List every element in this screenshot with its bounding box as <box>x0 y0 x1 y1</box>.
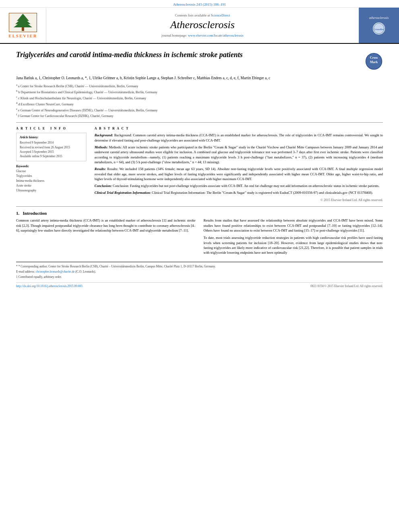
abstract-background-label: Background: <box>95 133 114 137</box>
affiliation-b: b b Department for Biostatistics and Cli… <box>16 89 383 94</box>
article-received: Received 9 September 2014 <box>20 140 83 145</box>
contents-text: Contents lists available at <box>175 13 210 17</box>
abstract-methods-label: Methods: <box>95 145 109 149</box>
footnote-1: 1 Contributed equally, arbitrary order. <box>16 275 383 279</box>
corresponding-text: * Corresponding author. Center for Strok… <box>19 265 216 268</box>
copyright-line: © 2015 Elsevier Ireland Ltd. All rights … <box>95 198 383 203</box>
abstract-conclusion: Conclusion: Conclusion: Fasting triglyce… <box>95 183 383 188</box>
abstract-results-label: Results: <box>95 167 107 171</box>
svg-text:Cross: Cross <box>370 56 378 60</box>
journal-right-panel: atherosclerosis CrossRef <box>359 8 399 43</box>
article-history-label: Article history: <box>20 136 83 139</box>
keyword-ultrasonography: Ultrasonography <box>16 188 86 193</box>
article-info-header: A R T I C L E I N F O <box>16 127 86 130</box>
issn-text: 0021-9150/© 2015 Elsevier Ireland Ltd. A… <box>311 284 383 288</box>
intro-col2-p2: To date, most trials assessing triglycer… <box>204 235 383 255</box>
two-col-layout: A R T I C L E I N F O Article history: R… <box>16 127 383 202</box>
abstract-header: A B S T R A C T <box>95 127 383 130</box>
paper-title: Triglycerides and carotid intima-media t… <box>16 50 359 60</box>
crossmark-badge: Cross Mark <box>365 52 383 71</box>
affiliation-a: a a Center for Stroke Research Berlin (C… <box>16 83 383 88</box>
abstract-conclusion-text: Conclusion: Fasting triglycerides but no… <box>113 184 379 188</box>
article-revised: Received in revised form 26 August 2015 <box>20 145 83 150</box>
article-accepted: Accepted 3 September 2015 <box>20 150 83 154</box>
journal-header: ELSEVIER Contents lists available at Sci… <box>0 8 399 44</box>
authors-line: Jana Batluk a, 1, Christopher O. Leonard… <box>16 75 383 81</box>
sciencedirect-link[interactable]: ScienceDirect <box>211 13 230 17</box>
divider-1 <box>16 122 383 123</box>
homepage-text: journal homepage: <box>162 33 187 37</box>
abstract-clinical-text: Clinical Trial Registration Information:… <box>152 191 373 195</box>
elsevier-logo: ELSEVIER <box>0 8 46 43</box>
journal-name: Atherosclerosis <box>171 19 235 31</box>
email-person: (C.O. Leonards). <box>76 270 96 273</box>
intro-heading: Introduction <box>23 211 47 216</box>
svg-rect-1 <box>22 27 24 31</box>
email-link[interactable]: christopher.leonards@charite.de <box>36 270 75 273</box>
intro-section: 1. Introduction Common carotid artery in… <box>16 211 383 257</box>
abstract-results-text: Results: We included 158 patients (34% f… <box>95 167 383 181</box>
crossref-circle: CrossRef <box>373 23 385 35</box>
affiliation-e: e e German Center of Neurodegenerative D… <box>16 107 383 113</box>
body-col-right: Results from studies that have assessed … <box>204 218 383 257</box>
intro-number: 1. <box>16 211 19 216</box>
abstract-results: Results: Results: We included 158 patien… <box>95 166 383 181</box>
journal-center: Contents lists available at ScienceDirec… <box>46 8 359 43</box>
bottom-bar: http://dx.doi.org/10.1016/j.atherosclero… <box>16 282 383 288</box>
body-col-left: Common carotid artery intima-media thick… <box>16 218 195 257</box>
keywords-label: Keywords: <box>16 164 86 168</box>
affiliation-d: d d Excellence Cluster NeuroCure, German… <box>16 101 383 107</box>
keywords-section: Keywords: Glucose Triglycerides Intima-m… <box>16 164 86 193</box>
abstract-methods-text: Methods: All acute ischemic stroke patie… <box>95 145 383 164</box>
abstract-methods: Methods: Methods: All acute ischemic str… <box>95 145 383 164</box>
contents-line: Contents lists available at ScienceDirec… <box>175 13 230 17</box>
abstract-col: A B S T R A C T Background: Background: … <box>95 127 383 202</box>
abstract-background: Background: Background: Common carotid a… <box>95 133 383 143</box>
intro-col1-p1: Common carotid artery intima-media thick… <box>16 218 195 233</box>
article-info-col: A R T I C L E I N F O Article history: R… <box>16 127 86 202</box>
article-info-box: Article history: Received 9 September 20… <box>16 133 86 161</box>
keyword-glucose: Glucose <box>16 169 86 174</box>
intro-col2-p1: Results from studies that have assessed … <box>204 218 383 233</box>
journal-citation: Atherosclerosis 243 (2015) 186–191 <box>173 2 226 6</box>
paper-content: Triglycerides and carotid intima-media t… <box>0 44 399 292</box>
keyword-triglycerides: Triglycerides <box>16 174 86 179</box>
affiliations-block: a a Center for Stroke Research Berlin (C… <box>16 83 383 118</box>
abstract-clinical-label: Clinical Trial Registration Information: <box>95 191 152 195</box>
abstract-background-text: Background: Common carotid artery intima… <box>95 133 383 142</box>
keyword-stroke: Acute stroke <box>16 183 86 188</box>
footnotes: * * Corresponding author. Center for Str… <box>16 262 383 279</box>
abstract-clinical-trial: Clinical Trial Registration Information:… <box>95 190 383 195</box>
doi-link[interactable]: http://dx.doi.org/10.1016/j.atherosclero… <box>16 284 82 288</box>
intro-title: 1. Introduction <box>16 211 383 216</box>
article-available: Available online 9 September 2015 <box>20 154 83 158</box>
journal-homepage-line: journal homepage: www.elsevier.com/locat… <box>162 33 244 37</box>
corresponding-footnote: * * Corresponding author. Center for Str… <box>16 264 383 269</box>
elsevier-tree-icon <box>9 13 37 32</box>
svg-text:Mark: Mark <box>370 60 378 64</box>
affiliation-f: f f German Center for Cardiovascular Res… <box>16 113 383 118</box>
email-footnote: E-mail address: christopher.leonards@cha… <box>16 269 383 274</box>
paper-title-section: Triglycerides and carotid intima-media t… <box>16 50 383 71</box>
keyword-intima: Intima-media thickness <box>16 179 86 183</box>
homepage-url[interactable]: www.elsevier.com/locate/atherosclerosis <box>188 33 243 37</box>
affiliation-c: c c Klinik und Hochschulambulanz für Neu… <box>16 95 383 101</box>
abstract-conclusion-label: Conclusion: <box>95 184 113 188</box>
divider-2 <box>16 206 383 207</box>
svg-text:CrossRef: CrossRef <box>373 28 385 31</box>
email-label: E-mail address: <box>16 270 35 273</box>
journal-right-title: atherosclerosis <box>369 16 389 20</box>
top-banner: Atherosclerosis 243 (2015) 186–191 <box>0 0 399 8</box>
elsevier-wordmark: ELSEVIER <box>8 33 37 38</box>
body-two-col: Common carotid artery intima-media thick… <box>16 218 383 257</box>
abstract-text: Background: Background: Common carotid a… <box>95 133 383 202</box>
